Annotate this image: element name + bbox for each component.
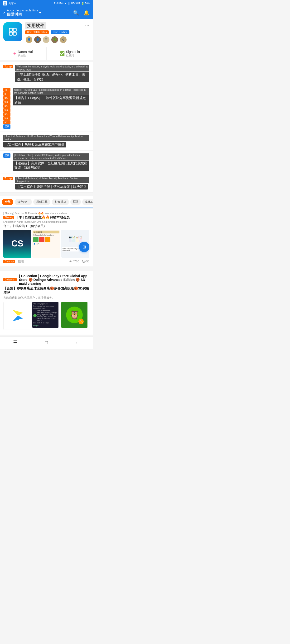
- more-options-button[interactable]: ···: [85, 22, 89, 28]
- grid-item-8: [79, 239, 82, 242]
- follow-button[interactable]: ✦ Daren Hall 关注他: [0, 47, 47, 60]
- community-logo: [3, 22, 22, 41]
- post-zh-3: 【实用软件】热帖奖励及主题加精申请处: [3, 142, 66, 148]
- feed-img-duolingo: 🦉 ✏️: [61, 302, 88, 328]
- feed-img-play: Play商店: [3, 302, 31, 330]
- grid-item-5: [69, 239, 72, 242]
- network-speed: 116 KB/s: [54, 2, 64, 5]
- nav-bar: ‹ According to reply time 回爱时间 ▾ 🔍 🔔: [0, 7, 93, 19]
- member-avatar-5: ☯: [60, 36, 67, 44]
- cs-logo-text: CS: [12, 239, 23, 248]
- follow-sub: 关注他: [18, 54, 34, 57]
- post-tag-pinned: 置顶: [3, 124, 11, 129]
- tiktok-text-1: The newly upgraded leaderboard has been …: [33, 303, 58, 309]
- menu-button[interactable]: ☰: [11, 338, 20, 348]
- home-icon: □: [45, 340, 48, 346]
- comment-count: 56: [86, 260, 89, 263]
- community-info: 实用软件 Heat of 3.07 billion Topic 2 millio…: [25, 22, 82, 44]
- post-item-2[interactable]: To p up, top up, top up, top up 置顶 Notic…: [0, 85, 93, 132]
- cat-tab-ios[interactable]: iOS: [70, 199, 81, 205]
- community-avatars: 👤 👤 ⛩ 🌿 ☯: [25, 36, 82, 44]
- feed-2-title-zh: 【合集】谷歌商店全球应用商店🏀多邻国高级版🏀SD实用清理: [3, 286, 89, 295]
- feed-2-title-en: [ Collection ] Google Play Store Global …: [19, 274, 89, 286]
- post-en-4: [ Invitation Letter ] Practical Software…: [13, 154, 89, 160]
- hd-badge: HD: [71, 2, 75, 5]
- feed-img-mid: 认证探究金 College students have the... 👤 用户: [32, 230, 60, 258]
- dropdown-button[interactable]: ▾: [39, 11, 41, 15]
- menu-icon: ☰: [13, 340, 18, 346]
- status-left: 共享中: [3, 1, 17, 6]
- feed-1-meta: Clear up 刚刚 👁 4730 💬 56: [3, 260, 89, 264]
- post-tag-up4: up: [3, 120, 11, 124]
- post-tag-up2: up,: [3, 104, 11, 108]
- home-button[interactable]: □: [42, 338, 51, 348]
- status-right: 116 KB/s ▲ |||| HD WiFi 🔋 50%: [54, 2, 90, 5]
- post-en-3: [ Practical Software ] Hot Post Reward a…: [3, 135, 89, 141]
- cat-tab-all[interactable]: 全部: [2, 199, 13, 205]
- post-item-4[interactable]: 置顶 [ Invitation Letter ] Practical Softw…: [0, 150, 93, 174]
- svg-rect-1: [4, 2, 5, 3]
- post-tag-4: 置顶: [3, 154, 11, 158]
- search-icon[interactable]: 🔍: [73, 10, 79, 16]
- tab-progress-line: [0, 208, 93, 208]
- svg-rect-0: [4, 2, 6, 4]
- nav-left: ‹ According to reply time 回爱时间 ▾: [3, 8, 41, 17]
- signal-icon: ▲: [64, 2, 67, 5]
- feed-section-1: [ Sharing ] Scan the All Powerful 🔥🔥Unlo…: [0, 209, 93, 268]
- tiktok-creator: Wait around! Inert Uranium! Learning For…: [33, 310, 58, 322]
- post-content-4: [ Invitation Letter ] Practical Software…: [13, 154, 89, 171]
- signed-label: Signed in: [66, 50, 80, 54]
- post-tag-top3: top: [3, 116, 11, 120]
- community-stats: Heat of 3.07 billion Topic 2 million: [25, 30, 82, 34]
- fab-button[interactable]: ⊞: [79, 242, 89, 252]
- follow-label: Daren Hall: [18, 50, 34, 54]
- preview-icon-3: [45, 237, 50, 242]
- section-divider-2: [0, 268, 93, 270]
- post-item-3[interactable]: [ Practical Software ] Hot Post Reward a…: [0, 132, 93, 150]
- post-zh-5: 【实用软件】违规举报｜信况及反馈｜版块建议: [15, 184, 88, 190]
- notification-icon[interactable]: 🔔: [83, 10, 89, 16]
- feed-1-title-en: [ Sharing ] Scan the All Powerful 🔥🔥Unlo…: [3, 212, 89, 215]
- post-tag-5: Top up: [3, 177, 13, 180]
- community-name: 实用软件: [25, 22, 46, 29]
- cat-tab-sticker[interactable]: 集体贴纸: [82, 199, 93, 205]
- feed-1-header: [ Sharing ] Scan the All Powerful 🔥🔥Unlo…: [3, 212, 89, 228]
- svg-rect-5: [9, 28, 12, 31]
- post-tags-2: To p up, top up, top up, top up 置顶: [3, 88, 11, 129]
- back-button[interactable]: ‹: [3, 10, 5, 16]
- post-content-5: [ Practical Software ] Violation Report …: [15, 177, 89, 190]
- signed-sub: 已签到: [66, 54, 80, 57]
- preview-bar-top: 认证探究金: [33, 230, 60, 234]
- community-header: 实用软件 Heat of 3.07 billion Topic 2 millio…: [0, 19, 93, 47]
- post-content-3: [ Practical Software ] Hot Post Reward a…: [3, 135, 89, 148]
- cat-tab-original[interactable]: 原创工具: [33, 199, 50, 205]
- post-en-2: Notice | Revision 11.6 - Latest Regulati…: [13, 88, 89, 95]
- feed-img-tiktok: The newly upgraded leaderboard has been …: [32, 302, 59, 328]
- cat-tab-video[interactable]: 影音播放: [52, 199, 69, 205]
- small-grid: 📷 📝 📊 📋: [68, 235, 83, 243]
- posts-section: Top up Wallpaper, homework, analysis too…: [0, 62, 93, 192]
- post-item-1[interactable]: Top up Wallpaper, homework, analysis too…: [0, 62, 93, 85]
- tiktok-people: People: [33, 324, 39, 326]
- sign-in-button[interactable]: ✅ Signed in 已签到: [47, 47, 93, 60]
- feed-2-desc: 谷歌商店超20亿活跃用户，高质量服务。: [3, 296, 89, 300]
- preview-text: College students have the...: [33, 234, 60, 236]
- feed-2-header: Collection [ Collection ] Google Play St…: [3, 274, 89, 286]
- post-zh-4: 【邀请函】实用软件｜全社区最热门版块向您发出邀请 - 新增测试组: [13, 160, 89, 171]
- preview-content-mid: 认证探究金 College students have the... 👤 用户: [32, 230, 60, 258]
- post-en-1: Wallpaper, homework, analysis tools, dra…: [15, 65, 89, 72]
- post-tag-to: To: [3, 88, 11, 92]
- network-bars: ||||: [68, 2, 70, 5]
- back-nav-button[interactable]: ←: [73, 338, 82, 348]
- feed-1-tag: Sharing: [3, 216, 14, 219]
- post-content-1: Wallpaper, homework, analysis tools, dra…: [15, 65, 89, 82]
- post-item-5[interactable]: Top up [ Practical Software ] Violation …: [0, 174, 93, 192]
- post-zh-1: 【第118期周刊】壁纸、爱作业、解析工具、来图、截压、百神器！: [15, 72, 89, 82]
- star-icon: ✦: [13, 51, 17, 56]
- tiktok-like-post: Like post · 0 of 0 clips: [33, 322, 58, 324]
- post-zh-2: 【通告】11.8修订 — 软件版块分享资源最新规定通知: [13, 95, 89, 106]
- category-tabs: 全部 绿色软件 原创工具 影音播放 iOS 集体贴纸: [0, 196, 93, 208]
- cat-tab-green[interactable]: 绿色软件: [15, 199, 32, 205]
- app-icon: [3, 1, 7, 6]
- heat-badge: Heat of 3.07 billion: [25, 30, 49, 34]
